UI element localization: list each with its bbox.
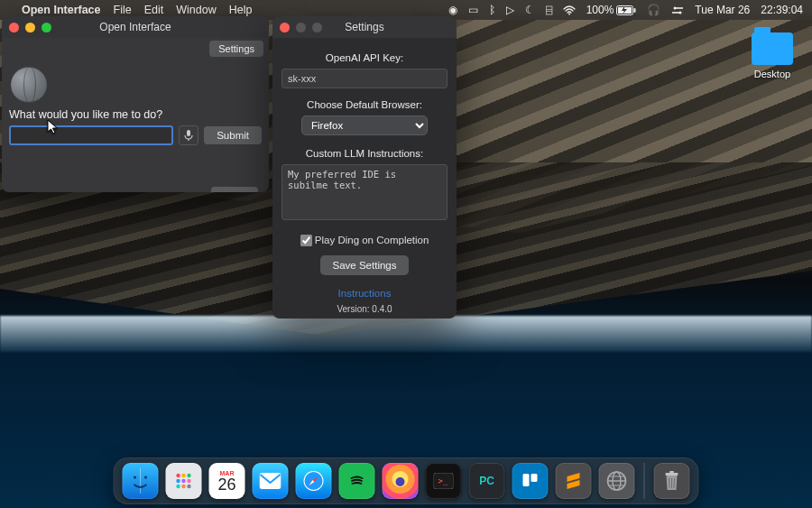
llm-instructions-textarea[interactable]: My preferred IDE is subilme text.: [281, 164, 448, 220]
api-key-input[interactable]: [281, 69, 448, 88]
svg-point-18: [176, 485, 180, 488]
display-icon[interactable]: ▭: [468, 4, 478, 16]
mac-dock: MAR 26 >_ PC: [114, 457, 699, 504]
settings-titlebar[interactable]: Settings: [272, 16, 457, 38]
dock-pycharm[interactable]: PC: [469, 463, 505, 499]
dock-calendar[interactable]: MAR 26: [209, 463, 245, 499]
dock-open-interface[interactable]: [599, 463, 635, 499]
open-interface-titlebar[interactable]: Open Interface: [2, 16, 269, 38]
settings-window: Settings OpenAI API Key: Choose Default …: [272, 16, 457, 319]
llm-instructions-label: Custom LLM Instructions:: [281, 148, 448, 159]
record-icon[interactable]: ◉: [448, 4, 457, 16]
microphone-button[interactable]: [179, 125, 198, 145]
svg-rect-36: [669, 471, 674, 473]
api-key-label: OpenAI API Key:: [281, 52, 448, 63]
svg-point-13: [181, 474, 185, 477]
svg-rect-3: [634, 8, 636, 13]
dock-safari[interactable]: [296, 463, 332, 499]
maximize-icon[interactable]: [42, 23, 51, 32]
svg-point-0: [568, 13, 570, 14]
close-icon[interactable]: [280, 23, 290, 32]
menu-window[interactable]: Window: [176, 4, 216, 16]
open-interface-window: Open Interface Settings What would you l…: [2, 16, 269, 192]
headphones-icon[interactable]: 🎧: [647, 4, 660, 16]
minimize-icon[interactable]: [25, 23, 35, 32]
dock-firefox[interactable]: [383, 463, 419, 499]
globe-icon: [11, 67, 47, 103]
svg-rect-5: [676, 7, 683, 9]
save-settings-button[interactable]: Save Settings: [320, 255, 410, 275]
wifi-icon[interactable]: [563, 5, 576, 15]
minimize-icon[interactable]: [296, 23, 306, 32]
svg-text:>_: >_: [438, 476, 448, 485]
dock-sublime[interactable]: [556, 463, 592, 499]
svg-rect-7: [672, 12, 679, 14]
bluetooth-icon[interactable]: ᛒ: [489, 4, 495, 16]
dock-mail[interactable]: [253, 463, 289, 499]
svg-point-24: [347, 471, 367, 491]
svg-point-20: [187, 485, 190, 488]
instructions-link[interactable]: Instructions: [281, 288, 448, 299]
svg-point-10: [134, 476, 136, 479]
dock-separator: [644, 463, 645, 499]
svg-rect-8: [187, 130, 190, 136]
airplay-icon[interactable]: ▷: [506, 4, 514, 16]
menubar-status: ◉ ▭ ᛒ ▷ ☾ ⌸ 100% 🎧 Tue Mar 26 22:39:04: [448, 4, 803, 16]
menubar-date[interactable]: Tue Mar 26: [695, 4, 750, 16]
folder-icon: [752, 32, 793, 65]
screen-mirror-icon[interactable]: ⌸: [546, 4, 552, 16]
desktop-folder-label: Desktop: [745, 69, 799, 79]
do-not-disturb-icon[interactable]: ☾: [525, 4, 535, 16]
svg-point-15: [176, 479, 180, 483]
svg-point-16: [181, 479, 185, 483]
prompt-label: What would you like me to do?: [9, 108, 262, 121]
svg-line-37: [669, 478, 670, 488]
dock-trello[interactable]: [512, 463, 549, 499]
svg-point-19: [181, 485, 185, 488]
version-label: Version: 0.4.0: [281, 304, 448, 314]
browser-label: Choose Default Browser:: [281, 99, 448, 110]
menu-edit[interactable]: Edit: [144, 4, 164, 16]
calendar-day: 26: [217, 476, 235, 493]
svg-point-11: [144, 476, 147, 479]
battery-status[interactable]: 100%: [586, 4, 637, 16]
svg-point-25: [396, 477, 405, 486]
play-ding-checkbox[interactable]: [300, 235, 312, 246]
control-center-icon[interactable]: [671, 5, 684, 15]
dock-trash[interactable]: [654, 463, 690, 499]
menubar-time[interactable]: 22:39:04: [761, 4, 803, 16]
play-ding-text: Play Ding on Completion: [315, 235, 429, 245]
stop-button[interactable]: Stop: [211, 187, 258, 192]
svg-point-12: [176, 474, 180, 477]
svg-rect-21: [260, 473, 281, 489]
maximize-icon[interactable]: [312, 23, 322, 32]
dock-terminal[interactable]: >_: [426, 463, 462, 499]
svg-line-39: [674, 478, 675, 488]
svg-rect-28: [523, 474, 530, 486]
close-icon[interactable]: [9, 23, 19, 32]
default-browser-select[interactable]: Firefox: [301, 115, 428, 135]
submit-button[interactable]: Submit: [204, 126, 262, 144]
svg-point-17: [187, 479, 190, 483]
dock-finder[interactable]: [123, 463, 159, 499]
menu-file[interactable]: File: [114, 4, 132, 16]
svg-rect-35: [666, 473, 678, 476]
dock-launchpad[interactable]: [166, 463, 202, 499]
menu-help[interactable]: Help: [229, 4, 253, 16]
dock-spotify[interactable]: [339, 463, 375, 499]
play-ding-checkbox-label[interactable]: Play Ding on Completion: [300, 235, 429, 245]
desktop-folder[interactable]: Desktop: [745, 32, 799, 79]
svg-point-14: [187, 474, 190, 477]
battery-percent: 100%: [586, 4, 614, 16]
settings-button[interactable]: Settings: [209, 41, 263, 57]
svg-rect-29: [531, 474, 538, 482]
command-input[interactable]: [9, 125, 173, 145]
menubar-app-name[interactable]: Open Interface: [22, 4, 101, 16]
